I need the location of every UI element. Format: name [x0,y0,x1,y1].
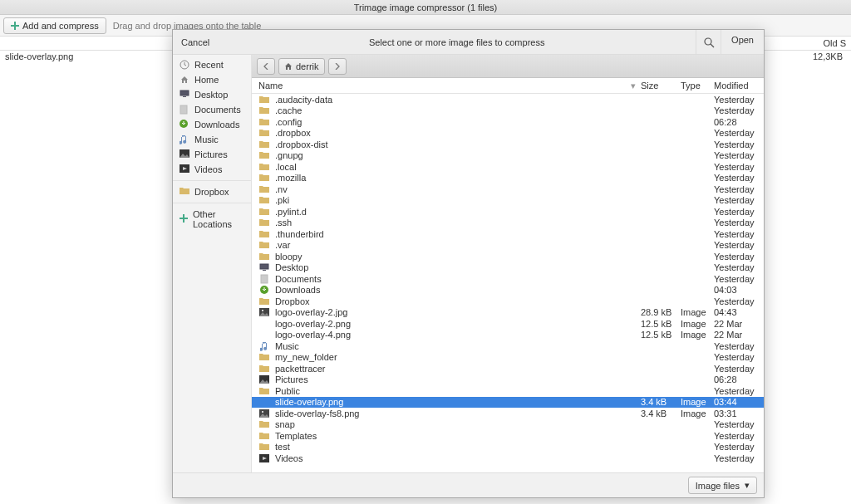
sidebar-item-recent[interactable]: Recent [173,57,251,72]
file-modified: Yesterday [714,195,764,205]
col-name[interactable]: Name▾ [252,81,641,91]
file-row[interactable]: .sshYesterday [252,218,764,229]
svg-rect-14 [259,320,269,328]
file-name: .dropbox [275,128,641,138]
search-button[interactable] [696,30,721,55]
sidebar-item-dropbox[interactable]: Dropbox [173,184,251,199]
pathbar: derrik [252,55,764,78]
file-modified: Yesterday [714,173,764,183]
file-row[interactable]: .dropbox-distYesterday [252,139,764,150]
sidebar-item-downloads[interactable]: Downloads [173,117,251,132]
file-type: Image [681,330,714,340]
file-row[interactable]: logo-overlay-2.png12.5 kBImage22 Mar [252,318,764,330]
doc-icon [180,105,189,115]
sidebar-item-pictures[interactable]: Pictures [173,147,251,162]
folder-icon [258,386,270,396]
file-area[interactable]: .audacity-dataYesterday.cacheYesterday.c… [252,94,764,472]
file-name: Desktop [275,262,641,272]
folder-icon [258,218,270,228]
file-row[interactable]: .cacheYesterday [252,105,764,117]
file-modified: Yesterday [714,139,764,149]
file-modified: 06:28 [714,374,764,384]
add-compress-label: Add and compress [22,21,99,31]
col-type[interactable]: Type [681,81,714,91]
file-row[interactable]: TemplatesYesterday [252,430,764,442]
sidebar-item-music[interactable]: Music [173,132,251,147]
col-modified[interactable]: Modified [714,81,764,91]
file-row[interactable]: bloopyYesterday [252,251,764,262]
file-row[interactable]: my_new_folderYesterday [252,352,764,364]
svg-rect-8 [260,264,268,269]
path-current-label: derrik [296,61,319,71]
file-row[interactable]: .config06:28 [252,116,764,128]
file-name: Dropbox [275,296,641,306]
file-chooser-dialog: Cancel Select one or more image files to… [172,29,765,498]
file-row[interactable]: VideosYesterday [252,453,764,464]
file-row[interactable]: .pkiYesterday [252,195,764,207]
file-row[interactable]: MusicYesterday [252,340,764,352]
sidebar-item-label: Pictures [194,149,228,159]
file-row[interactable]: .thunderbirdYesterday [252,228,764,240]
file-row[interactable]: DropboxYesterday [252,296,764,307]
download-icon [258,285,270,295]
file-row[interactable]: slide-overlay.png3.4 kBImage03:44 [252,397,764,409]
file-filter-dropdown[interactable]: Image files ▾ [688,477,757,494]
file-name: .mozilla [275,173,641,183]
folder-icon [258,352,270,362]
file-name: packettracer [275,364,641,374]
file-name: .gnupg [275,150,641,160]
cancel-button[interactable]: Cancel [173,32,218,52]
file-modified: Yesterday [714,95,764,105]
sidebar-item-other-locations[interactable]: Other Locations [173,207,251,232]
svg-rect-17 [259,398,269,406]
svg-point-13 [262,310,263,311]
col-size[interactable]: Size [641,81,681,91]
clock-icon [180,60,189,70]
file-row[interactable]: logo-overlay-4.png12.5 kBImage22 Mar [252,330,764,341]
file-row[interactable]: .localYesterday [252,161,764,173]
add-compress-button[interactable]: Add and compress [3,17,106,34]
sidebar-item-home[interactable]: Home [173,72,251,87]
open-button[interactable]: Open [721,30,764,55]
file-row[interactable]: .audacity-dataYesterday [252,94,764,105]
desktop-icon [180,90,189,100]
folder-icon [258,128,270,138]
file-row[interactable]: Pictures06:28 [252,374,764,386]
file-row[interactable]: .mozillaYesterday [252,173,764,184]
file-name: my_new_folder [275,352,641,362]
home-icon [284,62,293,71]
file-row[interactable]: .nvYesterday [252,183,764,195]
sidebar-item-documents[interactable]: Documents [173,102,251,117]
file-row[interactable]: logo-overlay-2.jpg28.9 kBImage04:43 [252,307,764,319]
file-row[interactable]: slide-overlay-fs8.png3.4 kBImage03:31 [252,408,764,419]
doc-icon [258,274,270,284]
file-row[interactable]: Downloads04:03 [252,285,764,296]
folder-icon [258,162,270,172]
file-row[interactable]: .pylint.dYesterday [252,206,764,218]
file-row[interactable]: DesktopYesterday [252,262,764,274]
file-row[interactable]: packettracerYesterday [252,363,764,374]
filter-label: Image files [696,481,740,491]
file-name: .pki [275,195,641,205]
file-name: .thunderbird [275,229,641,239]
file-modified: Yesterday [714,218,764,228]
file-row[interactable]: .varYesterday [252,240,764,252]
sidebar-separator [173,180,251,181]
sidebar-item-desktop[interactable]: Desktop [173,87,251,102]
folder-icon [258,95,270,105]
file-row[interactable]: .dropboxYesterday [252,128,764,139]
file-row[interactable]: snapYesterday [252,419,764,431]
file-row[interactable]: .gnupgYesterday [252,150,764,162]
path-home-button[interactable]: derrik [278,58,325,75]
sidebar-item-label: Documents [194,105,241,115]
file-modified: Yesterday [714,352,764,362]
col-oldsize[interactable]: Old S [793,38,851,48]
file-row[interactable]: PublicYesterday [252,385,764,397]
path-forward-button[interactable] [328,58,347,75]
file-modified: 22 Mar [714,319,764,329]
sidebar-item-videos[interactable]: Videos [173,162,251,177]
file-columns: Name▾ Size Type Modified [252,78,764,94]
path-back-button[interactable] [257,58,275,75]
file-row[interactable]: testYesterday [252,442,764,453]
file-row[interactable]: DocumentsYesterday [252,273,764,285]
